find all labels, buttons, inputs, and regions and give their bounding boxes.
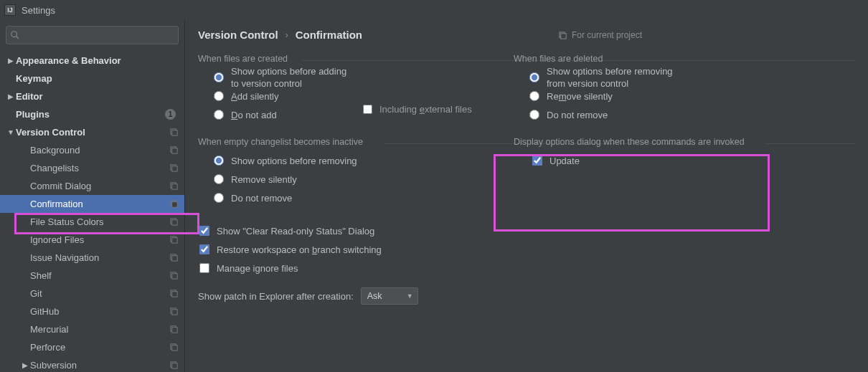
for-current-project-label: For current project — [572, 30, 642, 40]
checkbox-input[interactable] — [199, 226, 209, 236]
tree-item-background[interactable]: ▶Background — [0, 141, 184, 159]
tree-item-subversion[interactable]: ▶Subversion — [0, 356, 184, 372]
radio-deleted-remove-silently[interactable]: Remove silently — [529, 87, 848, 105]
project-scope-icon — [169, 307, 179, 317]
separator — [765, 143, 855, 144]
project-scope-icon — [169, 253, 179, 263]
tree-item-git[interactable]: ▶Git — [0, 285, 184, 302]
chevron-right-icon[interactable]: ▶ — [6, 57, 16, 65]
svg-rect-11 — [171, 202, 176, 207]
svg-rect-5 — [171, 148, 176, 153]
radio-empty-remove-silently[interactable]: Remove silently — [214, 170, 478, 189]
project-scope-icon — [169, 181, 179, 191]
tree-item-github[interactable]: ▶GitHub — [0, 302, 184, 320]
breadcrumb: Version Control › Confirmation — [198, 29, 855, 41]
checkbox-input[interactable] — [532, 156, 542, 166]
tree-item-label: Editor — [16, 91, 179, 102]
svg-point-0 — [11, 32, 17, 37]
radio-deleted-do-not-remove[interactable]: Do not remove — [529, 105, 848, 124]
tree-item-commit-dialog[interactable]: ▶Commit Dialog — [0, 177, 184, 195]
checkbox-label: Including external files — [379, 104, 472, 115]
tree-item-version-control[interactable]: ▼Version Control — [0, 123, 184, 141]
check-update[interactable]: Update — [514, 151, 848, 170]
tree-item-shelf[interactable]: ▶Shelf — [0, 267, 184, 285]
tree-item-editor[interactable]: ▶Editor — [0, 87, 184, 105]
group-legend: When files are deleted — [514, 54, 603, 64]
content: Version Control › Confirmation For curre… — [185, 20, 868, 372]
radio-created-add-silently[interactable]: Add silently — [214, 87, 478, 105]
group-legend: When empty changelist becomes inactive — [198, 137, 363, 147]
tree-item-label: Confirmation — [30, 199, 169, 209]
tree-item-appearance-behavior[interactable]: ▶Appearance & Behavior — [0, 52, 184, 70]
search-input[interactable] — [6, 26, 179, 44]
tree-item-label: Commit Dialog — [30, 181, 169, 191]
checkbox-input[interactable] — [363, 105, 372, 114]
tree-item-plugins[interactable]: ▶Plugins1 — [0, 105, 184, 123]
svg-line-1 — [16, 37, 19, 39]
radio-input[interactable] — [214, 91, 224, 101]
svg-rect-19 — [171, 274, 176, 279]
chevron-down-icon[interactable]: ▼ — [6, 128, 16, 136]
group-empty-changelist: When empty changelist becomes inactive S… — [198, 138, 485, 214]
check-including-external[interactable]: Including external files — [363, 104, 472, 115]
radio-input[interactable] — [214, 72, 224, 82]
chevron-right-icon[interactable]: ▶ — [6, 92, 16, 100]
svg-rect-9 — [171, 184, 176, 189]
radio-label: Do not remove — [231, 193, 292, 204]
project-scope-icon — [169, 235, 179, 245]
search-wrap — [0, 20, 184, 50]
caret-down-icon: ▼ — [407, 292, 413, 300]
radio-input[interactable] — [214, 174, 224, 184]
radio-input[interactable] — [214, 110, 224, 120]
tree-item-perforce[interactable]: ▶Perforce — [0, 338, 184, 356]
patch-select[interactable]: Ask ▼ — [361, 287, 418, 305]
radio-label: Add silently — [231, 91, 278, 102]
tree-item-issue-navigation[interactable]: ▶Issue Navigation — [0, 249, 184, 267]
for-current-project: For current project — [558, 30, 642, 40]
radio-input[interactable] — [214, 156, 224, 166]
tree-item-changelists[interactable]: ▶Changelists — [0, 159, 184, 177]
svg-rect-23 — [171, 310, 176, 315]
check-clear-readonly[interactable]: Show "Clear Read-only Status" Dialog — [198, 221, 485, 240]
tree-item-file-status-colors[interactable]: ▶File Status Colors — [0, 213, 184, 231]
tree-item-keymap[interactable]: ▶Keymap — [0, 70, 184, 87]
check-restore-workspace[interactable]: Restore workspace on branch switching — [198, 240, 485, 259]
tree-item-label: Appearance & Behavior — [16, 55, 179, 66]
radio-label: Remove silently — [231, 174, 297, 185]
tree-item-ignored-files[interactable]: ▶Ignored Files — [0, 231, 184, 249]
radio-deleted-show-options[interactable]: Show options before removing from versio… — [529, 68, 848, 87]
checkbox-input[interactable] — [199, 244, 209, 254]
tree-item-confirmation[interactable]: ▶Confirmation — [0, 195, 184, 213]
group-files-created: When files are created Show options befo… — [198, 55, 485, 131]
radio-empty-show-options[interactable]: Show options before removing — [214, 151, 478, 170]
chevron-right-icon[interactable]: ▶ — [20, 361, 30, 369]
check-manage-ignore[interactable]: Manage ignore files — [198, 259, 485, 277]
radio-label: Show options before removing — [231, 156, 357, 166]
count-badge: 1 — [165, 109, 176, 120]
patch-row: Show patch in Explorer after creation: A… — [198, 287, 485, 305]
radio-input[interactable] — [529, 91, 539, 101]
titlebar: IJ Settings — [0, 0, 868, 20]
app-icon: IJ — [4, 4, 16, 16]
tree-item-label: Version Control — [16, 127, 169, 138]
radio-created-show-options[interactable]: Show options before adding to version co… — [214, 68, 478, 87]
group-display-options-invoked: Display options dialog when these comman… — [514, 138, 855, 177]
radio-input[interactable] — [529, 110, 539, 120]
breadcrumb-root[interactable]: Version Control — [198, 29, 278, 41]
search — [6, 26, 179, 44]
radio-label: Show options before adding to version co… — [231, 66, 346, 89]
radio-input[interactable] — [214, 193, 224, 203]
svg-rect-13 — [171, 220, 176, 225]
project-scope-icon — [169, 199, 179, 209]
breadcrumb-leaf: Confirmation — [296, 29, 362, 41]
radio-input[interactable] — [529, 72, 539, 82]
tree-item-label: Shelf — [30, 270, 169, 281]
tree-item-label: GitHub — [30, 306, 169, 317]
select-value: Ask — [367, 291, 382, 301]
svg-rect-29 — [171, 363, 176, 368]
radio-empty-do-not-remove[interactable]: Do not remove — [214, 189, 478, 207]
group-legend: When files are created — [198, 54, 288, 64]
checkbox-input[interactable] — [199, 263, 209, 273]
tree-item-mercurial[interactable]: ▶Mercurial — [0, 320, 184, 338]
tree-item-label: Issue Navigation — [30, 252, 169, 263]
